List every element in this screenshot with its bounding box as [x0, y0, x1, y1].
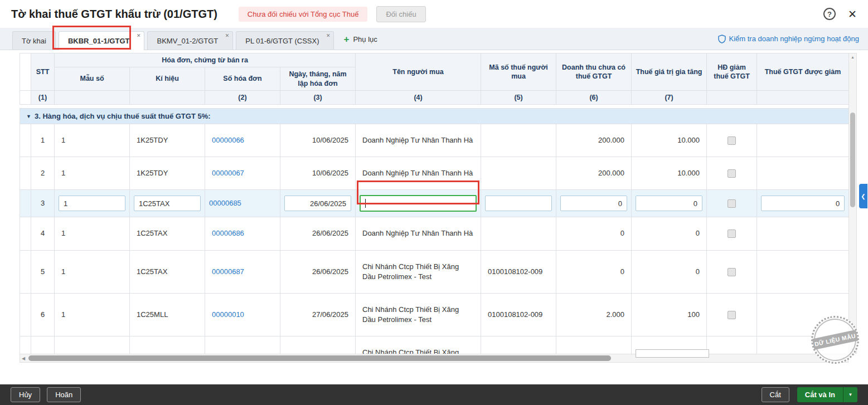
section-header[interactable]: ▼3. Hàng hóa, dịch vụ chịu thuế suất thu…: [20, 109, 849, 124]
serial-cell: 1C25TAX: [130, 217, 205, 250]
row-index-cell: 5: [31, 250, 55, 293]
invoice-date-cell: 26/06/2025: [280, 217, 356, 250]
vat-reduction-checkbox[interactable]: [728, 169, 736, 178]
shield-icon: [718, 35, 726, 43]
num-cell: (2): [205, 90, 280, 104]
buyer-tax-code-cell: [481, 190, 556, 217]
invoice-number-cell: 00000686: [205, 217, 280, 250]
table-header: STT Hóa đơn, chứng từ bán ra Tên người m…: [20, 53, 848, 105]
col-header-group: Hóa đơn, chứng từ bán ra: [55, 53, 356, 67]
revenue-input[interactable]: [560, 196, 627, 211]
col-header-buyer-name: Tên người mua: [356, 53, 481, 91]
tab-close-icon[interactable]: ✕: [326, 33, 331, 38]
serial-input[interactable]: [134, 196, 201, 211]
vat-input[interactable]: [636, 196, 702, 211]
add-appendix-button[interactable]: + Phụ lục: [337, 30, 384, 48]
vat-cell: 10.000: [632, 124, 707, 157]
collapse-icon[interactable]: ▼: [26, 114, 31, 119]
form-number-input[interactable]: [59, 196, 125, 211]
cut-and-print-button[interactable]: Cắt và In: [797, 387, 843, 402]
vat-reduction-checkbox[interactable]: [728, 136, 736, 145]
tab-t-khai[interactable]: Tờ khai: [12, 31, 56, 50]
buyer-name-input[interactable]: [360, 195, 477, 212]
invoice-number-link[interactable]: 00000687: [212, 267, 244, 276]
tab-bkmv-01-2-gtgt[interactable]: BKMV_01-2/GTGT✕: [147, 31, 233, 50]
row-gutter: [20, 124, 31, 157]
titlebar-actions: ? ✕: [823, 8, 857, 21]
tab-close-icon[interactable]: ✕: [225, 33, 230, 38]
row-gutter: [20, 157, 31, 190]
page-title: Tờ khai thuế GTGT khấu trừ (01/GTGT): [11, 8, 217, 21]
close-icon[interactable]: ✕: [848, 8, 857, 21]
form-number-cell: 1: [55, 124, 130, 157]
col-header-revenue: Doanh thu chưa có thuế GTGT: [556, 53, 632, 91]
cut-and-print-group: Cắt và In ▼: [797, 387, 857, 402]
vat-reduction-checkbox[interactable]: [728, 199, 736, 208]
tab-pl-01-6-gtgt-cssx[interactable]: PL 01-6/GTGT (CSSX)✕: [236, 31, 334, 50]
form-number-cell: 1: [55, 293, 130, 336]
scroll-left-icon[interactable]: ◀: [22, 356, 25, 361]
invoice-date-cell: 26/06/2025: [280, 250, 356, 293]
form-number-cell: 1: [55, 217, 130, 250]
col-header-invoice-number: Số hóa đơn: [205, 67, 280, 91]
num-cell: (1): [31, 90, 55, 104]
revenue-cell: 2.000: [556, 336, 632, 354]
invoice-date-cell: 10/06/2025: [280, 157, 356, 190]
section-row: ▼3. Hàng hóa, dịch vụ chịu thuế suất thu…: [20, 109, 849, 124]
invoice-number-link[interactable]: 00000067: [212, 169, 244, 177]
buyer-name-cell: Chi Nhánh Ctcp Thiết Bị Xăng Dầu Petroli…: [356, 250, 481, 293]
vat-reduced-amount-input[interactable]: [761, 196, 845, 211]
invoice-number-cell: 00000067: [205, 157, 280, 190]
tab-bkbr-01-1-gtgt[interactable]: BKBR_01-1/GTGT✕: [59, 31, 145, 50]
side-panel-toggle[interactable]: ❮: [859, 184, 867, 208]
table-row: 111K25TDY0000006610/06/2025Doanh Nghiệp …: [20, 124, 849, 157]
invoice-date-input[interactable]: [284, 196, 351, 211]
buyer-tax-code-cell: [481, 157, 556, 190]
vat-reduction-cell: [707, 190, 757, 217]
invoice-number-link[interactable]: 00000066: [212, 136, 244, 144]
vat-reduction-checkbox[interactable]: [728, 230, 736, 238]
vat-cell: [632, 190, 707, 217]
invoice-number-cell: 00000011: [205, 336, 280, 354]
reconcile-button[interactable]: Đối chiếu: [376, 6, 425, 22]
clipped-dropdown[interactable]: [636, 349, 709, 358]
invoice-number-cell: 00000066: [205, 124, 280, 157]
postpone-button[interactable]: Hoãn: [47, 387, 81, 402]
revenue-cell: 200.000: [556, 157, 632, 190]
cut-button[interactable]: Cắt: [762, 387, 789, 402]
revenue-cell: 2.000: [556, 293, 632, 336]
num-cell: [707, 90, 757, 104]
row-gutter: [20, 250, 31, 293]
tab-close-icon[interactable]: ✕: [137, 33, 141, 38]
revenue-cell: 200.000: [556, 124, 632, 157]
invoice-number-cell: 00000685: [205, 190, 280, 217]
buyer-tax-code-cell: 0100108102-009: [481, 293, 556, 336]
invoice-number-link[interactable]: 00000686: [212, 229, 244, 237]
status-badge: Chưa đối chiếu với Tổng cục Thuế: [239, 7, 368, 22]
invoice-number-link[interactable]: 00000685: [209, 199, 241, 207]
tab-label: Tờ khai: [22, 37, 46, 45]
num-cell: (5): [481, 90, 556, 104]
buyer-tax-code-input[interactable]: [485, 196, 552, 211]
col-header-form-number: Mẫu số: [55, 67, 130, 91]
vat-reduced-amount-cell: [757, 124, 849, 157]
vat-reduction-cell: [707, 217, 757, 250]
vat-reduction-checkbox[interactable]: [728, 268, 736, 276]
help-icon[interactable]: ?: [823, 8, 836, 20]
invoice-number-link[interactable]: 00000010: [212, 310, 244, 319]
scroll-up-icon[interactable]: ▲: [849, 55, 856, 59]
horizontal-scrollbar-thumb[interactable]: [28, 355, 611, 361]
horizontal-scrollbar[interactable]: ◀ ▶: [20, 354, 848, 363]
serial-cell: 1K25TDY: [130, 124, 205, 157]
num-cell: [757, 90, 848, 104]
vertical-scrollbar[interactable]: ▲ ▼: [848, 53, 857, 354]
tab-label: BKBR_01-1/GTGT: [68, 37, 130, 45]
check-company-link[interactable]: Kiểm tra doanh nghiệp ngừng hoạt động: [718, 35, 860, 43]
row-index-cell: 3: [31, 190, 55, 217]
vat-reduced-amount-cell: [757, 157, 849, 190]
cancel-button[interactable]: Hủy: [11, 387, 40, 402]
vertical-scrollbar-thumb[interactable]: [850, 113, 855, 207]
table-row: 611C25MLL0000001027/06/2025Chi Nhánh Ctc…: [20, 293, 849, 336]
vat-reduction-checkbox[interactable]: [728, 311, 736, 319]
cut-and-print-dropdown[interactable]: ▼: [843, 387, 857, 402]
